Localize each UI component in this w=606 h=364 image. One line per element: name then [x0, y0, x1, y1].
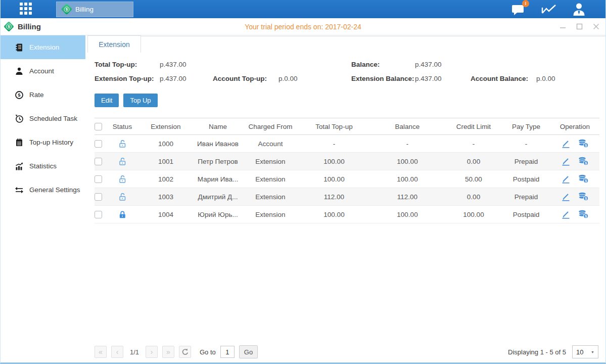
sidebar-item-label: Top-up History	[29, 139, 73, 146]
goto-page-input[interactable]	[220, 346, 235, 358]
cell-pay-type: -	[502, 140, 550, 148]
extension-balance-label: Extension Balance:	[351, 75, 415, 82]
svg-text:$: $	[585, 179, 587, 183]
status-unlocked-icon[interactable]	[118, 157, 127, 166]
billing-dollar-diamond-icon: $	[61, 4, 73, 15]
dollar-circle-icon: $	[15, 90, 24, 100]
top-up-row-icon[interactable]: $	[578, 174, 589, 184]
cell-balance: 100.00	[369, 211, 445, 218]
minimize-button[interactable]	[560, 23, 566, 30]
user-account-icon[interactable]	[572, 3, 586, 16]
extension-topup-label: Extension Top-up:	[95, 75, 160, 82]
sidebar-item-label: Statistics	[29, 162, 57, 170]
table-row: 1002 Мария Ива... Extension 100.00 100.0…	[95, 170, 599, 188]
account-balance-value: p.0.00	[536, 75, 605, 82]
row-checkbox[interactable]	[95, 140, 102, 148]
top-up-row-icon[interactable]: $	[578, 192, 589, 201]
page-size-select[interactable]: 10 ▼	[572, 345, 598, 358]
row-checkbox[interactable]	[95, 175, 102, 183]
chevron-down-icon: ▼	[591, 350, 594, 354]
status-unlocked-icon[interactable]	[118, 175, 127, 184]
top-up-row-icon[interactable]: $	[578, 157, 589, 166]
cell-total-topup: 100.00	[299, 158, 369, 165]
first-page-button[interactable]: «	[95, 346, 107, 358]
cell-total-topup: -	[299, 140, 369, 148]
cell-extension: 1004	[138, 211, 194, 218]
cell-total-topup: 100.00	[299, 175, 369, 183]
go-button[interactable]: Go	[239, 345, 258, 358]
account-balance-label: Account Balance:	[471, 75, 536, 82]
messages-icon[interactable]: !	[511, 3, 526, 16]
col-total-topup: Total Top-up	[299, 123, 369, 130]
sidebar-item-statistics[interactable]: Statistics	[1, 154, 85, 178]
sidebar-item-topup-history[interactable]: Top-up History	[1, 130, 85, 154]
cell-pay-type: Prepaid	[502, 193, 550, 201]
row-checkbox[interactable]	[95, 193, 102, 201]
reports-chart-icon[interactable]	[541, 3, 556, 15]
cell-pay-type: Postpaid	[502, 211, 550, 218]
account-topup-value: p.0.00	[278, 75, 351, 82]
cell-pay-type: Postpaid	[502, 175, 550, 183]
svg-text:$: $	[585, 197, 587, 201]
cell-credit-limit: 100.00	[445, 211, 502, 218]
sidebar-item-account[interactable]: Account	[1, 59, 85, 83]
tab-extension[interactable]: Extension	[87, 35, 141, 53]
close-button[interactable]	[593, 23, 599, 30]
top-up-button[interactable]: Top Up	[123, 94, 157, 107]
col-charged-from: Charged From	[242, 123, 299, 130]
topbar-tab-billing[interactable]: $ Billing	[56, 2, 133, 17]
edit-button[interactable]: Edit	[95, 94, 119, 107]
cell-name: Юрий Юрь...	[194, 211, 242, 218]
col-name: Name	[194, 123, 242, 130]
edit-row-icon[interactable]	[561, 193, 571, 201]
action-buttons: Edit Top Up	[95, 94, 605, 107]
bar-chart-icon	[15, 162, 24, 171]
cell-charged-from: Extension	[242, 175, 299, 183]
cell-balance: 112.00	[369, 193, 445, 201]
trial-period-message: Your trial period ends on: 2017-02-24	[1, 23, 605, 31]
table-row: 1003 Дмитрий Д... Extension 112.00 112.0…	[95, 188, 599, 206]
top-up-row-icon[interactable]: $	[578, 210, 589, 219]
cell-extension: 1000	[138, 140, 194, 148]
edit-row-icon[interactable]	[561, 210, 571, 219]
cell-charged-from: Account	[242, 140, 299, 148]
refresh-button[interactable]	[179, 346, 191, 358]
select-all-checkbox[interactable]	[95, 123, 102, 130]
sidebar-item-label: General Settings	[29, 186, 80, 194]
edit-row-icon[interactable]	[561, 140, 571, 148]
app-title: Billing	[18, 22, 41, 31]
refresh-icon	[181, 348, 189, 356]
top-up-row-icon[interactable]: $	[578, 139, 589, 148]
sidebar-item-label: Account	[29, 67, 54, 75]
cell-balance: 100.00	[369, 175, 445, 183]
account-topup-label: Account Top-up:	[213, 75, 278, 82]
edit-row-icon[interactable]	[561, 175, 571, 184]
edit-row-icon[interactable]	[561, 157, 571, 166]
cell-pay-type: Prepaid	[502, 158, 550, 165]
sidebar-item-general-settings[interactable]: General Settings	[1, 178, 85, 202]
extension-balance-value: p.437.00	[415, 75, 471, 82]
clock-icon	[15, 114, 24, 123]
prev-page-button[interactable]: ‹	[111, 346, 123, 358]
app-grid-icon[interactable]	[20, 3, 33, 16]
sidebar-item-scheduled-task[interactable]: Scheduled Task	[1, 107, 85, 130]
sidebar: Extension Account $ Rate	[1, 35, 85, 362]
cell-total-topup: 112.00	[299, 193, 369, 201]
status-unlocked-icon[interactable]	[118, 140, 127, 148]
maximize-button[interactable]	[576, 23, 583, 30]
svg-text:$: $	[18, 92, 21, 98]
row-checkbox[interactable]	[95, 211, 102, 218]
app-title-icon: $	[4, 21, 14, 32]
next-page-button[interactable]: ›	[146, 346, 158, 358]
status-locked-icon[interactable]	[118, 210, 127, 219]
row-checkbox[interactable]	[95, 158, 102, 165]
last-page-button[interactable]: »	[162, 346, 174, 358]
svg-text:$: $	[585, 144, 587, 148]
col-operation: Operation	[550, 123, 599, 130]
cell-extension: 1002	[138, 175, 194, 183]
total-topup-label: Total Top-up:	[95, 61, 160, 68]
status-unlocked-icon[interactable]	[118, 193, 127, 201]
sidebar-item-extension[interactable]: Extension	[1, 35, 85, 59]
sidebar-item-rate[interactable]: $ Rate	[1, 83, 85, 107]
cell-balance: 100.00	[369, 158, 445, 165]
